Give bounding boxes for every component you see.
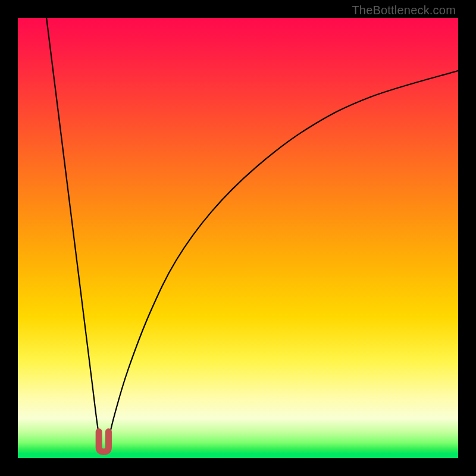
curve-group bbox=[46, 18, 458, 452]
plot-area bbox=[18, 18, 458, 458]
curve-right-branch bbox=[107, 71, 458, 445]
curve-left-branch bbox=[46, 18, 101, 445]
chart-frame: TheBottleneck.com bbox=[0, 0, 476, 476]
optimal-u-marker bbox=[99, 432, 108, 452]
watermark-text: TheBottleneck.com bbox=[352, 4, 456, 17]
bottleneck-curve-svg bbox=[18, 18, 458, 458]
